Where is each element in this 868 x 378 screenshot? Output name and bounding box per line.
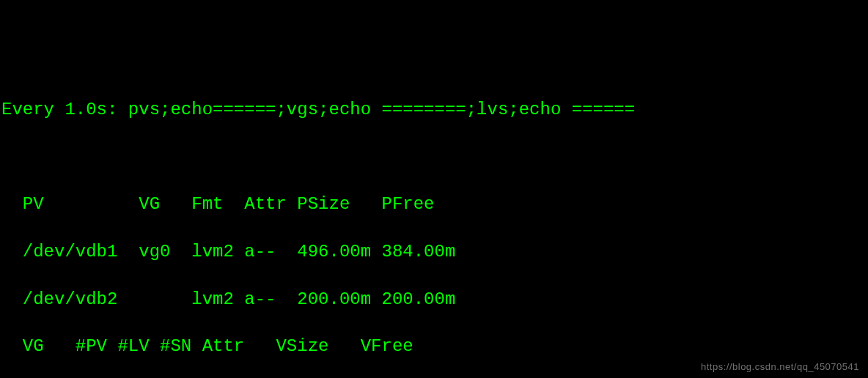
watch-header: Every 1.0s: pvs;echo======;vgs;echo ====… [1, 98, 867, 122]
pvs-row: /dev/vdb2 lvm2 a-- 200.00m 200.00m [1, 288, 867, 311]
blank-line [1, 145, 867, 168]
pvs-row: /dev/vdb1 vg0 lvm2 a-- 496.00m 384.00m [1, 240, 867, 264]
vgs-header: VG #PV #LV #SN Attr VSize VFree [1, 335, 867, 358]
pvs-header: PV VG Fmt Attr PSize PFree [1, 193, 867, 216]
watermark-text: https://blog.csdn.net/qq_45070541 [701, 360, 859, 374]
